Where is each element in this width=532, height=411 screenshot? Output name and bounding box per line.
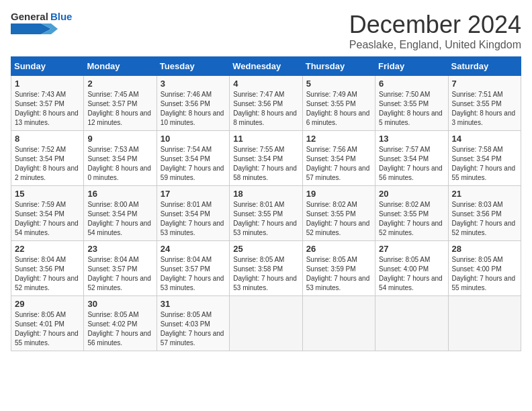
day-info: Sunrise: 8:02 AM Sunset: 3:55 PM Dayligh… <box>379 200 444 238</box>
calendar-body: 1Sunrise: 7:43 AM Sunset: 3:57 PM Daylig… <box>11 76 521 351</box>
calendar: SundayMondayTuesdayWednesdayThursdayFrid… <box>11 56 521 351</box>
calendar-day-cell: 25Sunrise: 8:05 AM Sunset: 3:58 PM Dayli… <box>230 241 302 296</box>
day-info: Sunrise: 7:57 AM Sunset: 3:54 PM Dayligh… <box>379 145 444 183</box>
day-number: 16 <box>87 189 152 199</box>
day-header: Friday <box>375 57 448 76</box>
day-number: 2 <box>87 79 152 89</box>
calendar-day-cell: 14Sunrise: 7:58 AM Sunset: 3:54 PM Dayli… <box>448 131 521 186</box>
calendar-day-cell: 4Sunrise: 7:47 AM Sunset: 3:56 PM Daylig… <box>230 76 302 131</box>
calendar-week-row: 15Sunrise: 7:59 AM Sunset: 3:54 PM Dayli… <box>11 186 521 241</box>
subtitle: Peaslake, England, United Kingdom <box>349 39 521 51</box>
day-number: 24 <box>161 244 226 254</box>
day-number: 7 <box>452 79 517 89</box>
day-info: Sunrise: 7:50 AM Sunset: 3:55 PM Dayligh… <box>379 90 444 128</box>
day-number: 21 <box>452 189 517 199</box>
calendar-day-cell: 13Sunrise: 7:57 AM Sunset: 3:54 PM Dayli… <box>375 131 448 186</box>
day-info: Sunrise: 7:49 AM Sunset: 3:55 PM Dayligh… <box>306 90 371 128</box>
day-number: 23 <box>87 244 152 254</box>
day-info: Sunrise: 7:58 AM Sunset: 3:54 PM Dayligh… <box>452 145 517 183</box>
day-number: 10 <box>161 134 226 144</box>
calendar-day-cell: 1Sunrise: 7:43 AM Sunset: 3:57 PM Daylig… <box>11 76 84 131</box>
calendar-day-cell: 3Sunrise: 7:46 AM Sunset: 3:56 PM Daylig… <box>157 76 229 131</box>
day-info: Sunrise: 8:05 AM Sunset: 3:59 PM Dayligh… <box>306 255 371 293</box>
day-number: 18 <box>233 189 298 199</box>
calendar-day-cell: 18Sunrise: 8:01 AM Sunset: 3:55 PM Dayli… <box>230 186 302 241</box>
day-info: Sunrise: 8:04 AM Sunset: 3:57 PM Dayligh… <box>87 255 152 293</box>
calendar-week-row: 1Sunrise: 7:43 AM Sunset: 3:57 PM Daylig… <box>11 76 521 131</box>
calendar-week-row: 29Sunrise: 8:05 AM Sunset: 4:01 PM Dayli… <box>11 296 521 351</box>
calendar-day-cell: 23Sunrise: 8:04 AM Sunset: 3:57 PM Dayli… <box>84 241 157 296</box>
calendar-day-cell <box>448 296 521 351</box>
day-header: Sunday <box>11 57 84 76</box>
logo-general: General <box>11 11 48 22</box>
calendar-day-cell: 9Sunrise: 7:53 AM Sunset: 3:54 PM Daylig… <box>84 131 157 186</box>
calendar-day-cell: 15Sunrise: 7:59 AM Sunset: 3:54 PM Dayli… <box>11 186 84 241</box>
day-number: 1 <box>15 79 80 89</box>
day-number: 28 <box>452 244 517 254</box>
day-number: 25 <box>233 244 298 254</box>
day-number: 13 <box>379 134 444 144</box>
calendar-day-cell: 29Sunrise: 8:05 AM Sunset: 4:01 PM Dayli… <box>11 296 84 351</box>
day-header: Wednesday <box>230 57 302 76</box>
day-info: Sunrise: 7:52 AM Sunset: 3:54 PM Dayligh… <box>15 145 80 183</box>
calendar-day-cell: 20Sunrise: 8:02 AM Sunset: 3:55 PM Dayli… <box>375 186 448 241</box>
day-info: Sunrise: 8:03 AM Sunset: 3:56 PM Dayligh… <box>452 200 517 238</box>
title-area: December 2024 Peaslake, England, United … <box>349 11 521 51</box>
day-info: Sunrise: 8:04 AM Sunset: 3:57 PM Dayligh… <box>161 255 226 293</box>
calendar-day-cell: 16Sunrise: 8:00 AM Sunset: 3:54 PM Dayli… <box>84 186 157 241</box>
day-number: 8 <box>15 134 80 144</box>
calendar-day-cell: 7Sunrise: 7:51 AM Sunset: 3:55 PM Daylig… <box>448 76 521 131</box>
calendar-day-cell <box>302 296 375 351</box>
calendar-day-cell: 8Sunrise: 7:52 AM Sunset: 3:54 PM Daylig… <box>11 131 84 186</box>
day-info: Sunrise: 7:55 AM Sunset: 3:54 PM Dayligh… <box>233 145 298 183</box>
day-info: Sunrise: 8:05 AM Sunset: 4:00 PM Dayligh… <box>379 255 444 293</box>
day-number: 29 <box>15 299 80 309</box>
day-header: Saturday <box>448 57 521 76</box>
day-number: 30 <box>87 299 152 309</box>
day-number: 12 <box>306 134 371 144</box>
day-number: 14 <box>452 134 517 144</box>
calendar-day-cell <box>375 296 448 351</box>
day-info: Sunrise: 8:00 AM Sunset: 3:54 PM Dayligh… <box>87 200 152 238</box>
calendar-day-cell <box>230 296 302 351</box>
day-number: 5 <box>306 79 371 89</box>
day-info: Sunrise: 7:53 AM Sunset: 3:54 PM Dayligh… <box>87 145 152 183</box>
day-info: Sunrise: 8:05 AM Sunset: 4:02 PM Dayligh… <box>87 310 152 348</box>
calendar-week-row: 8Sunrise: 7:52 AM Sunset: 3:54 PM Daylig… <box>11 131 521 186</box>
logo: General Blue <box>11 11 72 36</box>
day-info: Sunrise: 7:56 AM Sunset: 3:54 PM Dayligh… <box>306 145 371 183</box>
day-number: 22 <box>15 244 80 254</box>
calendar-day-cell: 27Sunrise: 8:05 AM Sunset: 4:00 PM Dayli… <box>375 241 448 296</box>
day-info: Sunrise: 7:59 AM Sunset: 3:54 PM Dayligh… <box>15 200 80 238</box>
calendar-header-row: SundayMondayTuesdayWednesdayThursdayFrid… <box>11 57 521 76</box>
calendar-day-cell: 5Sunrise: 7:49 AM Sunset: 3:55 PM Daylig… <box>302 76 375 131</box>
day-info: Sunrise: 7:43 AM Sunset: 3:57 PM Dayligh… <box>15 90 80 128</box>
day-number: 31 <box>161 299 226 309</box>
calendar-day-cell: 31Sunrise: 8:05 AM Sunset: 4:03 PM Dayli… <box>157 296 229 351</box>
day-info: Sunrise: 7:51 AM Sunset: 3:55 PM Dayligh… <box>452 90 517 128</box>
day-number: 4 <box>233 79 298 89</box>
day-number: 11 <box>233 134 298 144</box>
day-info: Sunrise: 7:46 AM Sunset: 3:56 PM Dayligh… <box>161 90 226 128</box>
day-info: Sunrise: 8:01 AM Sunset: 3:54 PM Dayligh… <box>161 200 226 238</box>
calendar-day-cell: 30Sunrise: 8:05 AM Sunset: 4:02 PM Dayli… <box>84 296 157 351</box>
calendar-day-cell: 6Sunrise: 7:50 AM Sunset: 3:55 PM Daylig… <box>375 76 448 131</box>
header: General Blue December 2024 Peaslake, Eng… <box>11 11 521 51</box>
calendar-day-cell: 21Sunrise: 8:03 AM Sunset: 3:56 PM Dayli… <box>448 186 521 241</box>
day-header: Thursday <box>302 57 375 76</box>
day-header: Monday <box>84 57 157 76</box>
calendar-day-cell: 19Sunrise: 8:02 AM Sunset: 3:55 PM Dayli… <box>302 186 375 241</box>
day-number: 15 <box>15 189 80 199</box>
day-number: 9 <box>87 134 152 144</box>
day-number: 6 <box>379 79 444 89</box>
day-number: 27 <box>379 244 444 254</box>
day-info: Sunrise: 7:45 AM Sunset: 3:57 PM Dayligh… <box>87 90 152 128</box>
day-info: Sunrise: 8:05 AM Sunset: 4:03 PM Dayligh… <box>161 310 226 348</box>
logo-icon <box>11 22 58 36</box>
day-info: Sunrise: 8:05 AM Sunset: 3:58 PM Dayligh… <box>233 255 298 293</box>
calendar-week-row: 22Sunrise: 8:04 AM Sunset: 3:56 PM Dayli… <box>11 241 521 296</box>
day-info: Sunrise: 8:01 AM Sunset: 3:55 PM Dayligh… <box>233 200 298 238</box>
calendar-day-cell: 28Sunrise: 8:05 AM Sunset: 4:00 PM Dayli… <box>448 241 521 296</box>
day-number: 19 <box>306 189 371 199</box>
calendar-day-cell: 10Sunrise: 7:54 AM Sunset: 3:54 PM Dayli… <box>157 131 229 186</box>
